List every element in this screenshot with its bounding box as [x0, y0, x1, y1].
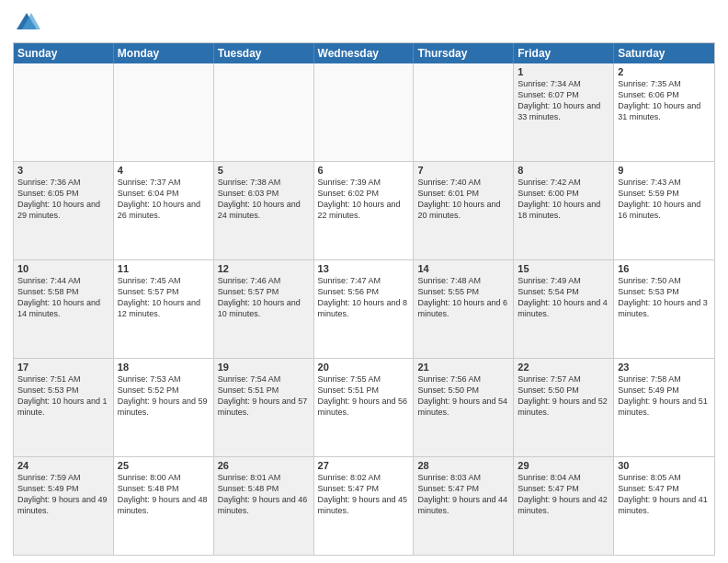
calendar-header-row: SundayMondayTuesdayWednesdayThursdayFrid…	[14, 43, 714, 63]
page: SundayMondayTuesdayWednesdayThursdayFrid…	[0, 0, 728, 563]
day-info: Sunrise: 7:47 AM Sunset: 5:56 PM Dayligh…	[318, 275, 410, 320]
calendar-cell: 30Sunrise: 8:05 AM Sunset: 5:47 PM Dayli…	[614, 457, 714, 555]
calendar-cell	[414, 63, 514, 161]
day-number: 11	[118, 263, 210, 274]
calendar-cell: 15Sunrise: 7:49 AM Sunset: 5:54 PM Dayli…	[514, 260, 614, 358]
day-number: 22	[518, 362, 609, 373]
day-number: 19	[218, 362, 310, 373]
day-info: Sunrise: 8:01 AM Sunset: 5:48 PM Dayligh…	[218, 472, 310, 517]
calendar-cell: 11Sunrise: 7:45 AM Sunset: 5:57 PM Dayli…	[114, 260, 214, 358]
calendar-cell: 24Sunrise: 7:59 AM Sunset: 5:49 PM Dayli…	[14, 457, 114, 555]
calendar-cell: 8Sunrise: 7:42 AM Sunset: 6:00 PM Daylig…	[514, 162, 614, 259]
day-number: 28	[417, 460, 509, 471]
calendar-cell: 19Sunrise: 7:54 AM Sunset: 5:51 PM Dayli…	[214, 359, 314, 456]
calendar-header-saturday: Saturday	[614, 43, 714, 63]
day-info: Sunrise: 7:39 AM Sunset: 6:02 PM Dayligh…	[318, 177, 410, 222]
day-info: Sunrise: 7:44 AM Sunset: 5:58 PM Dayligh…	[17, 275, 109, 320]
day-info: Sunrise: 7:48 AM Sunset: 5:55 PM Dayligh…	[417, 275, 509, 320]
logo-icon	[13, 9, 40, 37]
day-info: Sunrise: 7:54 AM Sunset: 5:51 PM Dayligh…	[218, 373, 310, 419]
day-info: Sunrise: 8:04 AM Sunset: 5:47 PM Dayligh…	[518, 472, 609, 517]
day-info: Sunrise: 8:03 AM Sunset: 5:47 PM Dayligh…	[417, 472, 509, 517]
calendar-header-friday: Friday	[514, 43, 614, 63]
day-number: 23	[618, 362, 711, 373]
calendar-cell: 7Sunrise: 7:40 AM Sunset: 6:01 PM Daylig…	[414, 162, 514, 259]
day-info: Sunrise: 7:43 AM Sunset: 5:59 PM Dayligh…	[618, 177, 711, 222]
day-number: 13	[318, 263, 410, 274]
day-info: Sunrise: 8:02 AM Sunset: 5:47 PM Dayligh…	[318, 472, 410, 517]
calendar-cell: 4Sunrise: 7:37 AM Sunset: 6:04 PM Daylig…	[114, 162, 214, 259]
day-number: 20	[318, 362, 410, 373]
day-number: 1	[518, 66, 609, 77]
day-info: Sunrise: 7:46 AM Sunset: 5:57 PM Dayligh…	[218, 275, 310, 320]
day-info: Sunrise: 7:51 AM Sunset: 5:53 PM Dayligh…	[17, 373, 109, 419]
calendar-cell	[114, 63, 214, 161]
day-info: Sunrise: 8:00 AM Sunset: 5:48 PM Dayligh…	[118, 472, 210, 517]
calendar-cell: 26Sunrise: 8:01 AM Sunset: 5:48 PM Dayli…	[214, 457, 314, 555]
day-number: 30	[618, 460, 711, 471]
day-info: Sunrise: 7:57 AM Sunset: 5:50 PM Dayligh…	[518, 373, 609, 419]
day-number: 12	[218, 263, 310, 274]
day-info: Sunrise: 7:56 AM Sunset: 5:50 PM Dayligh…	[417, 373, 509, 419]
day-number: 18	[118, 362, 210, 373]
calendar-week-4: 17Sunrise: 7:51 AM Sunset: 5:53 PM Dayli…	[14, 358, 714, 456]
day-info: Sunrise: 7:50 AM Sunset: 5:53 PM Dayligh…	[618, 275, 711, 320]
calendar-cell: 5Sunrise: 7:38 AM Sunset: 6:03 PM Daylig…	[214, 162, 314, 259]
day-number: 14	[417, 263, 509, 274]
day-number: 7	[417, 165, 509, 176]
calendar-cell: 13Sunrise: 7:47 AM Sunset: 5:56 PM Dayli…	[314, 260, 415, 358]
day-info: Sunrise: 7:45 AM Sunset: 5:57 PM Dayligh…	[118, 275, 210, 320]
day-number: 15	[518, 263, 609, 274]
day-number: 3	[17, 165, 109, 176]
calendar-cell: 3Sunrise: 7:36 AM Sunset: 6:05 PM Daylig…	[14, 162, 114, 259]
calendar-body: 1Sunrise: 7:34 AM Sunset: 6:07 PM Daylig…	[14, 63, 714, 555]
calendar-cell: 27Sunrise: 8:02 AM Sunset: 5:47 PM Dayli…	[314, 457, 415, 555]
day-info: Sunrise: 7:38 AM Sunset: 6:03 PM Dayligh…	[218, 177, 310, 222]
calendar-cell: 1Sunrise: 7:34 AM Sunset: 6:07 PM Daylig…	[514, 63, 614, 161]
calendar-cell: 25Sunrise: 8:00 AM Sunset: 5:48 PM Dayli…	[114, 457, 214, 555]
calendar-cell: 20Sunrise: 7:55 AM Sunset: 5:51 PM Dayli…	[314, 359, 415, 456]
day-number: 24	[17, 460, 109, 471]
day-info: Sunrise: 7:42 AM Sunset: 6:00 PM Dayligh…	[518, 177, 609, 222]
calendar-cell: 28Sunrise: 8:03 AM Sunset: 5:47 PM Dayli…	[414, 457, 514, 555]
day-number: 10	[17, 263, 109, 274]
calendar-cell: 22Sunrise: 7:57 AM Sunset: 5:50 PM Dayli…	[514, 359, 614, 456]
calendar-cell: 10Sunrise: 7:44 AM Sunset: 5:58 PM Dayli…	[14, 260, 114, 358]
day-info: Sunrise: 7:55 AM Sunset: 5:51 PM Dayligh…	[318, 373, 410, 419]
day-info: Sunrise: 7:37 AM Sunset: 6:04 PM Dayligh…	[118, 177, 210, 222]
day-info: Sunrise: 7:59 AM Sunset: 5:49 PM Dayligh…	[17, 472, 109, 517]
calendar-header-thursday: Thursday	[414, 43, 514, 63]
calendar-cell: 18Sunrise: 7:53 AM Sunset: 5:52 PM Dayli…	[114, 359, 214, 456]
day-number: 8	[518, 165, 609, 176]
day-number: 9	[618, 165, 711, 176]
day-number: 27	[318, 460, 410, 471]
calendar-week-1: 1Sunrise: 7:34 AM Sunset: 6:07 PM Daylig…	[14, 63, 714, 161]
day-number: 4	[118, 165, 210, 176]
calendar-cell: 21Sunrise: 7:56 AM Sunset: 5:50 PM Dayli…	[414, 359, 514, 456]
calendar-cell: 2Sunrise: 7:35 AM Sunset: 6:06 PM Daylig…	[614, 63, 714, 161]
calendar-header-wednesday: Wednesday	[314, 43, 415, 63]
calendar-header-sunday: Sunday	[14, 43, 114, 63]
day-info: Sunrise: 7:35 AM Sunset: 6:06 PM Dayligh…	[618, 78, 711, 123]
calendar-cell: 16Sunrise: 7:50 AM Sunset: 5:53 PM Dayli…	[614, 260, 714, 358]
calendar-cell: 6Sunrise: 7:39 AM Sunset: 6:02 PM Daylig…	[314, 162, 415, 259]
calendar-cell	[314, 63, 415, 161]
calendar-cell: 17Sunrise: 7:51 AM Sunset: 5:53 PM Dayli…	[14, 359, 114, 456]
day-info: Sunrise: 7:36 AM Sunset: 6:05 PM Dayligh…	[17, 177, 109, 222]
day-number: 17	[17, 362, 109, 373]
calendar-cell: 29Sunrise: 8:04 AM Sunset: 5:47 PM Dayli…	[514, 457, 614, 555]
day-info: Sunrise: 7:40 AM Sunset: 6:01 PM Dayligh…	[417, 177, 509, 222]
calendar-cell: 9Sunrise: 7:43 AM Sunset: 5:59 PM Daylig…	[614, 162, 714, 259]
calendar-header-tuesday: Tuesday	[214, 43, 314, 63]
day-info: Sunrise: 8:05 AM Sunset: 5:47 PM Dayligh…	[618, 472, 711, 517]
day-number: 5	[218, 165, 310, 176]
day-info: Sunrise: 7:53 AM Sunset: 5:52 PM Dayligh…	[118, 373, 210, 419]
calendar-cell: 14Sunrise: 7:48 AM Sunset: 5:55 PM Dayli…	[414, 260, 514, 358]
header	[13, 9, 715, 37]
day-number: 16	[618, 263, 711, 274]
calendar: SundayMondayTuesdayWednesdayThursdayFrid…	[13, 42, 715, 556]
calendar-week-3: 10Sunrise: 7:44 AM Sunset: 5:58 PM Dayli…	[14, 259, 714, 358]
day-info: Sunrise: 7:34 AM Sunset: 6:07 PM Dayligh…	[518, 78, 609, 123]
calendar-cell: 23Sunrise: 7:58 AM Sunset: 5:49 PM Dayli…	[614, 359, 714, 456]
day-number: 25	[118, 460, 210, 471]
